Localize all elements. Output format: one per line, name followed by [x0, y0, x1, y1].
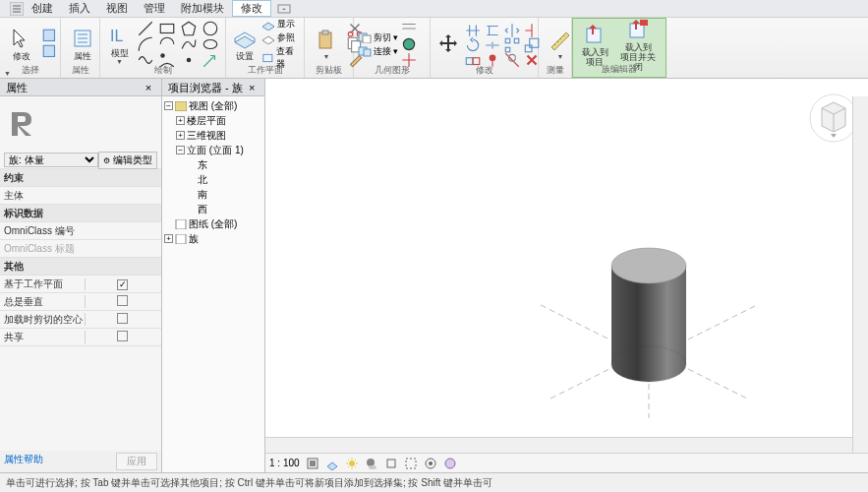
set-workplane-button[interactable]: 设置 — [230, 25, 260, 64]
menu-item-insert[interactable]: 插入 — [61, 1, 98, 16]
svg-point-8 — [203, 40, 217, 49]
reveal-icon[interactable] — [443, 457, 457, 470]
paste-button[interactable]: ▼ — [309, 28, 344, 62]
tree-west[interactable]: 西 — [164, 202, 262, 216]
tree-families[interactable]: +族 — [164, 231, 262, 246]
scale-selector[interactable]: 1 : 100 — [269, 458, 300, 468]
close-icon[interactable]: × — [246, 79, 259, 95]
tree-south[interactable]: 南 — [164, 187, 262, 202]
ribbon-group-select: 修改 选择 ▼ — [0, 18, 61, 78]
section-constraint[interactable]: 约束 — [0, 169, 161, 187]
menu-item-addins[interactable]: 附加模块 — [173, 1, 232, 16]
scrollbar-horizontal[interactable] — [265, 437, 852, 453]
detail-level-icon[interactable] — [306, 457, 319, 470]
section-other[interactable]: 其他 — [0, 258, 161, 276]
crop-icon[interactable] — [384, 457, 398, 470]
svg-point-10 — [187, 58, 192, 63]
svg-rect-37 — [176, 234, 186, 244]
menubar: 创建 插入 视图 管理 附加模块 修改 — [0, 0, 868, 18]
revit-logo-icon — [6, 106, 41, 142]
tree-floorplans[interactable]: +楼层平面 — [164, 113, 262, 128]
properties-title-bar: 属性 × — [0, 79, 161, 96]
collapse-icon[interactable]: − — [176, 146, 185, 154]
polygon-icon[interactable] — [180, 21, 198, 36]
spline-icon[interactable] — [180, 36, 198, 52]
move-button[interactable] — [434, 31, 462, 58]
svg-rect-2 — [43, 30, 54, 40]
select-tool2-icon[interactable] — [41, 44, 59, 60]
split-face-icon[interactable] — [400, 21, 418, 36]
checkbox-cutvoids[interactable] — [117, 313, 128, 324]
svg-point-7 — [203, 22, 217, 35]
checkbox-vertical[interactable] — [117, 295, 128, 306]
ribbon-group-draw: IL 模型 ▼ 绘制 — [100, 18, 226, 78]
view-control-bar: 1 : 100 — [265, 453, 868, 472]
model-type-button[interactable]: IL 模型 ▼ — [104, 22, 135, 68]
arc-icon[interactable] — [137, 36, 154, 52]
tree-east[interactable]: 东 — [164, 157, 262, 172]
section-identity[interactable]: 标识数据 — [0, 205, 161, 222]
show-workplane-button[interactable]: 显示 — [261, 18, 300, 31]
tree-views[interactable]: −视图 (全部) — [164, 98, 262, 113]
svg-rect-28 — [466, 57, 473, 64]
sun-path-icon[interactable] — [345, 457, 359, 470]
ellipse-icon[interactable] — [202, 36, 219, 52]
expand-icon[interactable]: + — [176, 131, 185, 140]
app-menu-icon[interactable] — [10, 2, 24, 16]
svg-point-44 — [611, 248, 686, 283]
family-selector[interactable]: 族: 体量 — [4, 153, 98, 167]
apply-button[interactable]: 应用 — [116, 453, 157, 470]
tree-sheets[interactable]: 图纸 (全部) — [164, 216, 262, 231]
prop-shared: 共享 — [0, 329, 161, 346]
cut-geom-button[interactable]: 剪切 ▾ — [358, 31, 398, 44]
project-browser-panel: 项目浏览器 - 族2 × −视图 (全部) +楼层平面 +三维视图 −立面 (立… — [162, 79, 265, 472]
scrollbar-vertical[interactable] — [852, 96, 868, 453]
svg-point-50 — [369, 465, 376, 469]
checkbox-workplane[interactable] — [117, 279, 128, 290]
menu-item-view[interactable]: 视图 — [98, 1, 136, 16]
arc2-icon[interactable] — [158, 36, 176, 52]
cylinder-model[interactable] — [541, 207, 737, 403]
menu-item-manage[interactable]: 管理 — [136, 1, 173, 16]
expand-icon[interactable]: + — [164, 234, 173, 243]
edit-type-button[interactable]: ⚙ 编辑类型 — [98, 152, 157, 169]
ref-workplane-button[interactable]: 参照 — [261, 31, 300, 44]
tree-3d[interactable]: +三维视图 — [164, 128, 262, 143]
expand-icon[interactable]: + — [176, 116, 185, 125]
view-cube[interactable] — [809, 89, 858, 148]
properties-button[interactable]: 属性 — [65, 25, 100, 64]
svg-rect-47 — [310, 461, 316, 466]
tree-north[interactable]: 北 — [164, 172, 262, 187]
rect-icon[interactable] — [158, 21, 176, 36]
project-tree: −视图 (全部) +楼层平面 +三维视图 −立面 (立面 1) 东 北 南 西 … — [162, 96, 264, 248]
svg-line-42 — [550, 369, 609, 399]
crop-region-icon[interactable] — [404, 457, 418, 470]
tree-elevations[interactable]: −立面 (立面 1) — [164, 143, 262, 157]
shadows-icon[interactable] — [365, 457, 378, 470]
menu-item-modify[interactable]: 修改 — [232, 0, 271, 17]
modify-button[interactable]: 修改 — [4, 25, 39, 64]
menu-item-create[interactable]: 创建 — [24, 1, 61, 16]
svg-rect-51 — [387, 460, 395, 467]
ribbon-group-geometry: 剪切 ▾ 连接 ▾ 几何图形 — [354, 18, 431, 78]
svg-rect-24 — [514, 38, 519, 43]
visual-style-icon[interactable] — [325, 457, 339, 470]
hide-isolate-icon[interactable] — [424, 457, 437, 470]
properties-help-link[interactable]: 属性帮助 — [4, 453, 43, 470]
select-dropdown-icon[interactable]: ▼ — [4, 70, 11, 77]
checkbox-shared[interactable] — [117, 331, 128, 341]
close-icon[interactable]: × — [142, 79, 155, 95]
svg-point-54 — [429, 461, 433, 465]
paint-icon[interactable] — [400, 36, 418, 52]
select-tool-icon[interactable] — [41, 29, 59, 44]
panel-options-icon[interactable] — [277, 2, 291, 16]
line-icon[interactable] — [137, 21, 154, 36]
svg-point-48 — [349, 461, 355, 466]
join-geom-button[interactable]: 连接 ▾ — [358, 45, 398, 58]
svg-rect-34 — [640, 20, 648, 26]
svg-rect-21 — [364, 49, 371, 56]
draw-tools-grid — [137, 21, 221, 68]
viewport-3d[interactable]: 1 : 100 — [265, 79, 868, 472]
circle-icon[interactable] — [202, 21, 219, 36]
collapse-icon[interactable]: − — [164, 101, 173, 110]
